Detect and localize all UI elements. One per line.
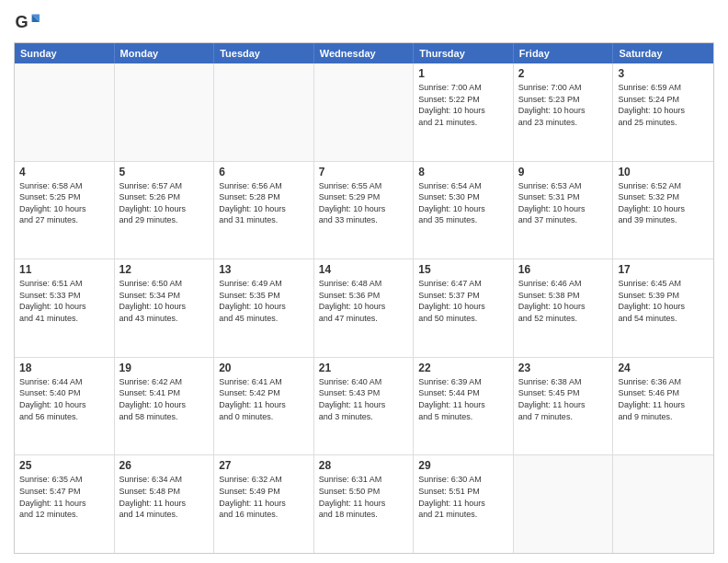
day-cell-12: 12Sunrise: 6:50 AM Sunset: 5:34 PM Dayli… [115,259,215,357]
day-number: 23 [518,362,609,374]
empty-cell [15,63,115,161]
calendar-row-3: 18Sunrise: 6:44 AM Sunset: 5:40 PM Dayli… [15,357,713,455]
day-info: Sunrise: 6:34 AM Sunset: 5:48 PM Dayligh… [119,474,210,520]
day-info: Sunrise: 6:38 AM Sunset: 5:45 PM Dayligh… [518,376,609,422]
day-info: Sunrise: 6:55 AM Sunset: 5:29 PM Dayligh… [319,180,409,226]
day-number: 22 [418,362,508,374]
header-day-tuesday: Tuesday [214,43,314,63]
day-number: 14 [319,263,409,276]
day-cell-21: 21Sunrise: 6:40 AM Sunset: 5:43 PM Dayli… [314,358,415,455]
day-cell-9: 9Sunrise: 6:53 AM Sunset: 5:31 PM Daylig… [514,162,614,259]
calendar-body: 1Sunrise: 7:00 AM Sunset: 5:22 PM Daylig… [15,63,713,553]
day-cell-5: 5Sunrise: 6:57 AM Sunset: 5:26 PM Daylig… [115,162,215,259]
day-info: Sunrise: 6:51 AM Sunset: 5:33 PM Dayligh… [19,278,109,324]
day-number: 15 [418,263,508,276]
day-cell-16: 16Sunrise: 6:46 AM Sunset: 5:38 PM Dayli… [514,259,614,357]
day-number: 5 [119,166,210,178]
day-cell-2: 2Sunrise: 7:00 AM Sunset: 5:23 PM Daylig… [514,63,614,161]
day-number: 4 [19,166,109,178]
day-info: Sunrise: 6:36 AM Sunset: 5:46 PM Dayligh… [618,376,709,422]
calendar-row-1: 4Sunrise: 6:58 AM Sunset: 5:25 PM Daylig… [15,161,713,259]
day-number: 6 [219,166,309,178]
calendar-header: SundayMondayTuesdayWednesdayThursdayFrid… [15,43,713,63]
page: G SundayMondayTuesdayWednesdayThursdayFr… [0,0,728,563]
day-info: Sunrise: 6:41 AM Sunset: 5:42 PM Dayligh… [219,376,309,422]
day-cell-7: 7Sunrise: 6:55 AM Sunset: 5:29 PM Daylig… [314,162,415,259]
day-cell-3: 3Sunrise: 6:59 AM Sunset: 5:24 PM Daylig… [613,63,713,161]
day-number: 18 [19,362,109,374]
day-cell-10: 10Sunrise: 6:52 AM Sunset: 5:32 PM Dayli… [613,162,713,259]
day-info: Sunrise: 6:32 AM Sunset: 5:49 PM Dayligh… [219,474,309,520]
day-info: Sunrise: 6:31 AM Sunset: 5:50 PM Dayligh… [319,474,409,520]
day-info: Sunrise: 6:57 AM Sunset: 5:26 PM Dayligh… [119,180,210,226]
day-number: 19 [119,362,210,374]
empty-cell [115,63,215,161]
day-cell-14: 14Sunrise: 6:48 AM Sunset: 5:36 PM Dayli… [314,259,415,357]
day-cell-15: 15Sunrise: 6:47 AM Sunset: 5:37 PM Dayli… [414,259,514,357]
day-cell-28: 28Sunrise: 6:31 AM Sunset: 5:50 PM Dayli… [314,455,415,553]
day-cell-29: 29Sunrise: 6:30 AM Sunset: 5:51 PM Dayli… [414,455,514,553]
svg-text:G: G [15,13,28,31]
header-day-monday: Monday [115,43,215,63]
day-number: 9 [518,166,609,178]
day-info: Sunrise: 6:45 AM Sunset: 5:39 PM Dayligh… [618,278,709,324]
day-info: Sunrise: 6:47 AM Sunset: 5:37 PM Dayligh… [418,278,508,324]
day-info: Sunrise: 6:39 AM Sunset: 5:44 PM Dayligh… [418,376,508,422]
day-info: Sunrise: 7:00 AM Sunset: 5:23 PM Dayligh… [518,82,609,128]
calendar-row-4: 25Sunrise: 6:35 AM Sunset: 5:47 PM Dayli… [15,454,713,553]
day-cell-18: 18Sunrise: 6:44 AM Sunset: 5:40 PM Dayli… [15,358,115,455]
day-cell-27: 27Sunrise: 6:32 AM Sunset: 5:49 PM Dayli… [214,455,314,553]
day-number: 17 [618,263,709,276]
day-number: 28 [319,459,409,472]
day-cell-25: 25Sunrise: 6:35 AM Sunset: 5:47 PM Dayli… [15,455,115,553]
day-info: Sunrise: 6:56 AM Sunset: 5:28 PM Dayligh… [219,180,309,226]
day-cell-20: 20Sunrise: 6:41 AM Sunset: 5:42 PM Dayli… [214,358,314,455]
day-number: 7 [319,166,409,178]
day-cell-1: 1Sunrise: 7:00 AM Sunset: 5:22 PM Daylig… [414,63,514,161]
day-number: 21 [319,362,409,374]
day-info: Sunrise: 6:58 AM Sunset: 5:25 PM Dayligh… [19,180,109,226]
header-day-thursday: Thursday [414,43,514,63]
day-number: 29 [418,459,508,472]
calendar: SundayMondayTuesdayWednesdayThursdayFrid… [14,42,714,554]
empty-cell [514,455,614,553]
day-cell-11: 11Sunrise: 6:51 AM Sunset: 5:33 PM Dayli… [15,259,115,357]
day-info: Sunrise: 6:40 AM Sunset: 5:43 PM Dayligh… [319,376,409,422]
header-day-sunday: Sunday [15,43,115,63]
day-info: Sunrise: 6:46 AM Sunset: 5:38 PM Dayligh… [518,278,609,324]
day-number: 20 [219,362,309,374]
day-info: Sunrise: 6:54 AM Sunset: 5:30 PM Dayligh… [418,180,508,226]
calendar-row-2: 11Sunrise: 6:51 AM Sunset: 5:33 PM Dayli… [15,259,713,357]
header-day-wednesday: Wednesday [314,43,415,63]
day-number: 24 [618,362,709,374]
day-info: Sunrise: 6:30 AM Sunset: 5:51 PM Dayligh… [418,474,508,520]
day-info: Sunrise: 6:49 AM Sunset: 5:35 PM Dayligh… [219,278,309,324]
day-cell-19: 19Sunrise: 6:42 AM Sunset: 5:41 PM Dayli… [115,358,215,455]
day-info: Sunrise: 6:59 AM Sunset: 5:24 PM Dayligh… [618,82,709,128]
empty-cell [314,63,415,161]
calendar-row-0: 1Sunrise: 7:00 AM Sunset: 5:22 PM Daylig… [15,63,713,161]
day-info: Sunrise: 6:42 AM Sunset: 5:41 PM Dayligh… [119,376,210,422]
day-cell-13: 13Sunrise: 6:49 AM Sunset: 5:35 PM Dayli… [214,259,314,357]
day-cell-4: 4Sunrise: 6:58 AM Sunset: 5:25 PM Daylig… [15,162,115,259]
header: G [14,9,714,35]
day-cell-23: 23Sunrise: 6:38 AM Sunset: 5:45 PM Dayli… [514,358,614,455]
day-number: 13 [219,263,309,276]
logo-icon: G [14,9,40,35]
day-cell-8: 8Sunrise: 6:54 AM Sunset: 5:30 PM Daylig… [414,162,514,259]
day-info: Sunrise: 6:44 AM Sunset: 5:40 PM Dayligh… [19,376,109,422]
day-cell-6: 6Sunrise: 6:56 AM Sunset: 5:28 PM Daylig… [214,162,314,259]
day-number: 16 [518,263,609,276]
day-number: 11 [19,263,109,276]
header-day-friday: Friday [514,43,614,63]
day-info: Sunrise: 6:53 AM Sunset: 5:31 PM Dayligh… [518,180,609,226]
logo: G [14,9,43,35]
day-number: 26 [119,459,210,472]
day-info: Sunrise: 6:35 AM Sunset: 5:47 PM Dayligh… [19,474,109,520]
day-info: Sunrise: 6:48 AM Sunset: 5:36 PM Dayligh… [319,278,409,324]
day-number: 12 [119,263,210,276]
day-info: Sunrise: 7:00 AM Sunset: 5:22 PM Dayligh… [418,82,508,128]
day-number: 27 [219,459,309,472]
day-cell-22: 22Sunrise: 6:39 AM Sunset: 5:44 PM Dayli… [414,358,514,455]
day-number: 8 [418,166,508,178]
